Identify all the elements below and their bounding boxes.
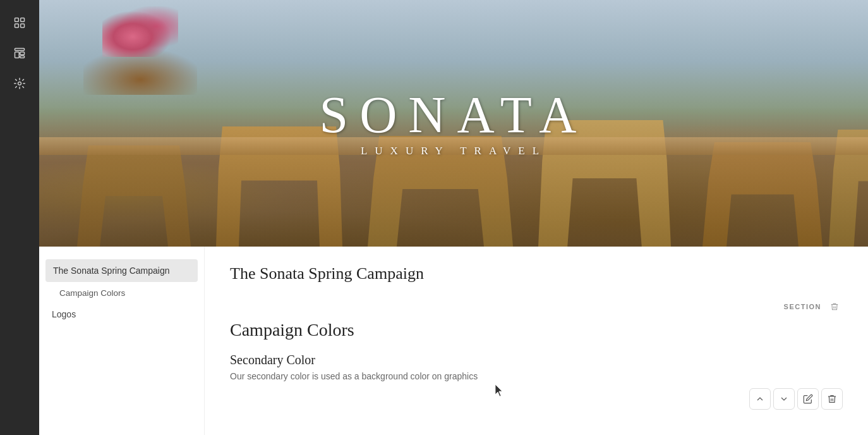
logo-tagline: LUXURY TRAVEL [320, 145, 588, 157]
section-header: SECTION [230, 298, 843, 315]
svg-rect-0 [15, 18, 19, 22]
svg-rect-3 [21, 24, 25, 28]
section-label: SECTION [784, 303, 821, 310]
cursor [495, 384, 504, 397]
nav-item-logos[interactable]: Logos [39, 304, 204, 324]
main-content: SONATA LUXURY TRAVEL The Sonata Spring C… [39, 0, 868, 435]
secondary-color-title: Secondary Color [230, 353, 843, 367]
nav-item-main-title[interactable]: The Sonata Spring Campaign [45, 259, 198, 282]
nav-panel: The Sonata Spring Campaign Campaign Colo… [39, 247, 205, 435]
svg-rect-5 [15, 52, 20, 58]
content-area: The Sonata Spring Campaign Campaign Colo… [39, 247, 868, 435]
svg-point-8 [18, 82, 21, 85]
svg-rect-7 [20, 56, 25, 58]
template-icon[interactable] [7, 40, 32, 66]
logo-brand-name: SONATA [320, 89, 588, 141]
move-up-button[interactable] [749, 388, 771, 410]
svg-rect-2 [15, 24, 19, 28]
item-actions [749, 388, 843, 410]
section-delete-button[interactable] [826, 298, 843, 315]
nav-item-campaign-colors[interactable]: Campaign Colors [39, 282, 204, 304]
hero-logo: SONATA LUXURY TRAVEL [320, 89, 588, 157]
content-main: The Sonata Spring Campaign SECTION Campa… [205, 247, 868, 435]
move-down-button[interactable] [773, 388, 795, 410]
sidebar [0, 0, 39, 435]
grid-icon[interactable] [7, 10, 32, 35]
edit-button[interactable] [797, 388, 819, 410]
svg-rect-4 [15, 49, 25, 51]
secondary-color-section: Secondary Color Our secondary color is u… [230, 353, 843, 381]
secondary-color-desc: Our secondary color is used as a backgro… [230, 371, 843, 381]
section-title: Campaign Colors [230, 320, 843, 340]
settings-icon[interactable] [7, 71, 32, 96]
svg-rect-6 [20, 52, 25, 54]
delete-button[interactable] [821, 388, 843, 410]
page-title: The Sonata Spring Campaign [230, 264, 843, 283]
svg-rect-1 [21, 18, 25, 22]
hero-banner: SONATA LUXURY TRAVEL [39, 0, 868, 247]
